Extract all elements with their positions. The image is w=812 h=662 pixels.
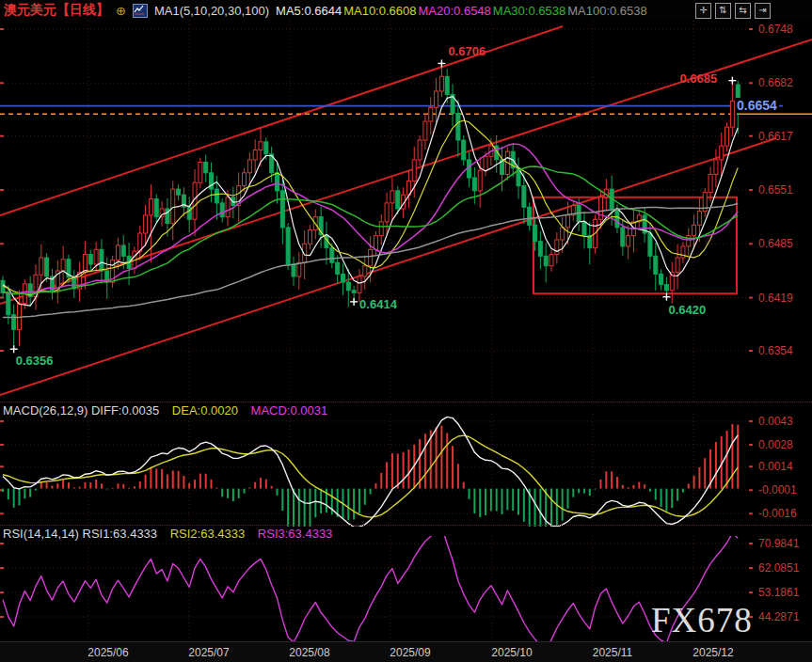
price-annotation: 0.6414 (359, 297, 397, 311)
rsi-axis-label: 44.2871 (758, 610, 799, 623)
ma-value-label: MA20:0.6548 (419, 4, 491, 18)
trading-chart-window: 澳元美元【日线】 ⊕ MA1(5,10,20,30,100) MA5:0.664… (0, 0, 812, 662)
macd-dea-value: DEA:0.0020 (172, 403, 238, 418)
macd-macd-value: MACD:0.0031 (251, 403, 328, 418)
price-annotation: 0.6420 (668, 303, 706, 317)
time-axis-label: 2025/10 (491, 646, 532, 659)
rsi-axis-label: 62.0851 (758, 561, 799, 575)
shift-right-icon[interactable]: ⇥ (755, 3, 771, 19)
add-indicator-icon[interactable]: ⊕ (116, 4, 126, 18)
macd-axis-label: 0.0043 (758, 415, 793, 428)
price-axis-label: 0.6617 (758, 130, 793, 143)
time-axis[interactable]: 2025/062025/072025/082025/092025/102025/… (0, 641, 812, 662)
price-annotation: 0.6685 (679, 71, 717, 86)
watermark: FX678 (651, 600, 753, 640)
panel-separator (0, 525, 812, 526)
symbol-label: 澳元美元【日线】 (4, 2, 109, 19)
macd-axis-label: 0.0028 (758, 438, 793, 451)
ma-readouts: MA5:0.6644MA10:0.6608MA20:0.6548MA30:0.6… (276, 4, 649, 18)
price-axis-label: 0.6748 (758, 23, 793, 36)
scale-y-icon[interactable]: ⇅ (715, 3, 731, 19)
ma-value-label: MA100:0.6538 (567, 4, 647, 18)
chart-title-bar: 澳元美元【日线】 ⊕ MA1(5,10,20,30,100) MA5:0.664… (0, 0, 812, 21)
macd-panel-chart[interactable] (0, 414, 812, 527)
rsi-axis-label: 70.9841 (758, 537, 799, 550)
price-axis-label: 0.6682 (758, 76, 793, 89)
price-axis-label: 0.6485 (758, 237, 793, 250)
price-axis-label: 0.6551 (758, 183, 793, 197)
time-axis-label: 2025/11 (593, 646, 633, 659)
ma-value-label: MA5:0.6644 (276, 4, 342, 18)
rsi3-value: RSI3:63.4333 (258, 527, 333, 541)
time-axis-label: 2025/09 (390, 646, 430, 659)
time-axis-label: 2025/06 (88, 646, 128, 659)
macd-header: MACD(26,12,9) DIFF:0.0035 DEA:0.0020 MAC… (3, 403, 327, 418)
macd-axis-label: -0.0016 (758, 507, 797, 520)
ma-settings-label: MA1(5,10,20,30,100) (154, 4, 269, 18)
ma-value-label: MA10:0.6608 (343, 4, 416, 18)
macd-axis-label: -0.0001 (758, 483, 797, 496)
pan-icon[interactable]: ✛ (695, 3, 711, 19)
panel-separator (0, 402, 812, 402)
macd-title: MACD(26,12,9) DIFF:0.0035 (3, 403, 159, 418)
time-axis-label: 2025/12 (693, 646, 733, 659)
rsi2-value: RSI2:63.4333 (170, 527, 246, 541)
price-annotation: 0.6356 (16, 354, 54, 368)
rsi-axis-label: 53.1861 (758, 586, 799, 599)
macd-axis-label: 0.0014 (758, 460, 793, 473)
scale-x-icon[interactable]: ⇆ (735, 3, 751, 19)
time-axis-label: 2025/08 (289, 646, 329, 659)
price-annotation: 0.6706 (448, 44, 486, 58)
ma-value-label: MA30:0.6538 (493, 4, 565, 18)
price-axis-label: 0.6354 (758, 344, 793, 357)
current-price-label: 0.6654 (735, 98, 779, 113)
rsi-title: RSI(14,14,14) RSI1:63.4333 (3, 527, 157, 541)
price-axis-label: 0.6419 (758, 292, 793, 305)
chart-toolbar: ✛⇅⇆⇥ (695, 3, 771, 19)
rsi-header: RSI(14,14,14) RSI1:63.4333 RSI2:63.4333 … (3, 527, 332, 541)
chart-type-icon[interactable] (133, 4, 148, 18)
time-axis-label: 2025/07 (188, 646, 229, 659)
